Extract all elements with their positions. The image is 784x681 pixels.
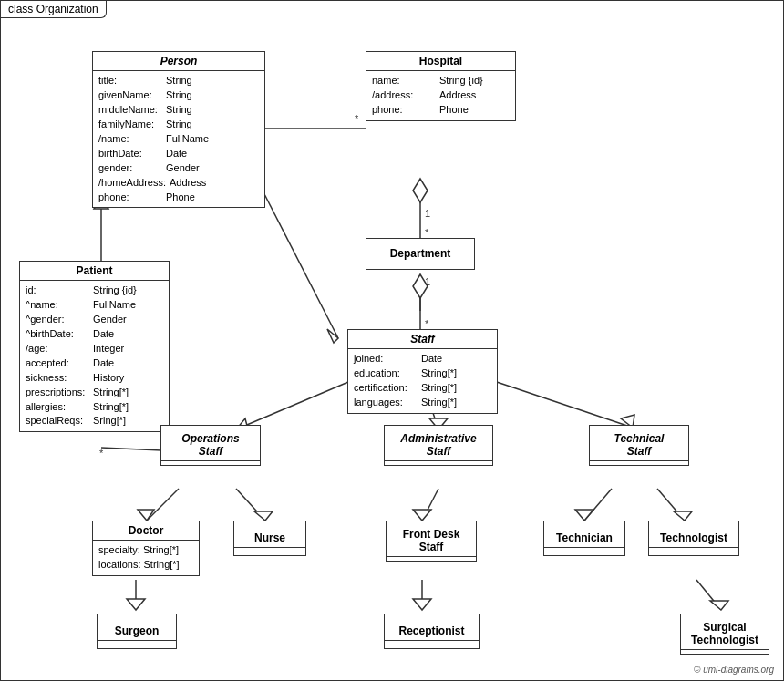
svg-line-26: [657, 489, 685, 521]
technician-box: Technician: [543, 521, 625, 556]
svg-line-20: [236, 489, 265, 521]
svg-marker-5: [413, 274, 428, 298]
svg-marker-2: [413, 179, 428, 202]
doctor-title: Doctor: [93, 521, 199, 541]
technologist-title: Technologist: [649, 529, 738, 548]
svg-text:*: *: [425, 318, 429, 329]
svg-marker-27: [674, 511, 692, 521]
operations-staff-title: Operations Staff: [161, 429, 260, 461]
technical-staff-box: Technical Staff: [589, 425, 689, 466]
svg-text:1: 1: [425, 276, 430, 287]
svg-marker-33: [710, 601, 728, 610]
hospital-attrs: name:String {id} /address:Address phone:…: [366, 71, 515, 120]
technologist-box: Technologist: [648, 521, 739, 556]
technician-title: Technician: [544, 529, 624, 548]
svg-line-24: [584, 489, 612, 521]
svg-marker-29: [127, 599, 145, 610]
administrative-staff-box: Administrative Staff: [384, 425, 493, 466]
receptionist-title: Receptionist: [385, 622, 479, 641]
svg-text:*: *: [355, 113, 359, 124]
doctor-box: Doctor specialty: String[*] locations: S…: [92, 521, 200, 576]
svg-line-18: [147, 489, 179, 521]
technical-staff-title: Technical Staff: [590, 429, 688, 461]
person-box: Person title:String givenName:String mid…: [92, 51, 265, 208]
svg-text:1: 1: [425, 208, 430, 219]
surgeon-title: Surgeon: [98, 622, 176, 641]
surgical-technologist-title: Surgical Technologist: [681, 618, 769, 650]
person-attrs: title:String givenName:String middleName…: [93, 71, 264, 207]
svg-line-16: [475, 375, 633, 428]
hospital-title: Hospital: [366, 52, 515, 71]
nurse-title: Nurse: [234, 529, 305, 548]
diagram-title: class Organization: [1, 1, 107, 18]
patient-attrs: id:String {id} ^name:FullName ^gender:Ge…: [20, 281, 169, 431]
svg-text:*: *: [99, 448, 104, 459]
svg-line-32: [696, 580, 721, 610]
front-desk-staff-box: Front Desk Staff: [386, 521, 477, 562]
staff-box: Staff joined:Date education:String[*] ce…: [347, 329, 498, 414]
department-title: Department: [366, 244, 474, 263]
patient-box: Patient id:String {id} ^name:FullName ^g…: [19, 261, 170, 432]
patient-title: Patient: [20, 262, 169, 281]
nurse-box: Nurse: [233, 521, 306, 556]
staff-title: Staff: [348, 330, 497, 349]
diagram-container: class Organization: [0, 0, 784, 681]
svg-text:*: *: [425, 227, 429, 238]
staff-attrs: joined:Date education:String[*] certific…: [348, 349, 497, 413]
department-box: Department: [366, 238, 475, 270]
surgical-technologist-box: Surgical Technologist: [680, 614, 769, 655]
svg-marker-25: [575, 510, 593, 521]
svg-marker-21: [254, 511, 273, 521]
person-title: Person: [93, 52, 264, 71]
operations-staff-box: Operations Staff: [160, 425, 261, 466]
doctor-attrs: specialty: String[*] locations: String[*…: [93, 541, 199, 575]
svg-marker-19: [138, 510, 154, 521]
svg-line-12: [236, 375, 366, 429]
receptionist-box: Receptionist: [384, 614, 480, 649]
administrative-staff-title: Administrative Staff: [385, 429, 492, 461]
svg-marker-10: [327, 329, 338, 343]
surgeon-box: Surgeon: [97, 614, 177, 649]
svg-line-22: [422, 489, 438, 521]
hospital-box: Hospital name:String {id} /address:Addre…: [366, 51, 516, 121]
svg-marker-31: [413, 599, 431, 610]
svg-marker-23: [413, 510, 431, 521]
copyright-text: © uml-diagrams.org: [694, 665, 774, 675]
front-desk-staff-title: Front Desk Staff: [387, 525, 476, 557]
